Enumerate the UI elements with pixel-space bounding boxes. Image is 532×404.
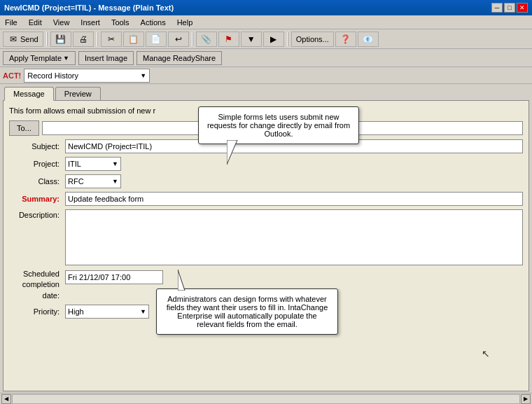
class-row: Class: RFC ▼ [9, 174, 523, 188]
secondary-toolbar: Apply Template ▼ Insert Image Manage Rea… [0, 49, 532, 67]
project-row: Project: ITIL ▼ [9, 157, 523, 171]
priority-arrow: ▼ [140, 308, 146, 315]
menu-file[interactable]: File [3, 18, 20, 27]
forward-btn[interactable]: ▶ [263, 32, 284, 47]
menu-insert[interactable]: Insert [78, 18, 102, 27]
paste-button[interactable]: 📄 [146, 32, 167, 47]
help-icon: ❓ [340, 34, 351, 45]
flag-button[interactable]: ⚑ [218, 32, 239, 47]
cut-button[interactable]: ✂ [101, 32, 122, 47]
tab-message[interactable]: Message [4, 87, 54, 101]
forward-icon: ▶ [268, 34, 279, 45]
undo-icon: ↩ [173, 34, 184, 45]
window-title: NewICMD (Project=ITIL) - Message (Plain … [4, 4, 174, 12]
down-arrow-btn[interactable]: ▼ [241, 32, 262, 47]
act-label: ACT! [3, 71, 21, 80]
insert-image-label: Insert Image [85, 54, 127, 62]
priority-label: Priority: [9, 307, 65, 316]
options-label: Options... [296, 35, 329, 43]
svg-marker-1 [178, 270, 185, 291]
flag-icon: ⚑ [223, 34, 234, 45]
toolbar-sep-4 [287, 32, 288, 46]
toolbar-sep-2 [97, 32, 98, 46]
menu-tools[interactable]: Tools [109, 18, 132, 27]
email-btn[interactable]: 📧 [358, 32, 379, 47]
options-button[interactable]: Options... [291, 32, 334, 47]
email-icon: 📧 [363, 34, 374, 45]
title-bar-buttons: ─ □ ✕ [491, 3, 528, 13]
title-bar: NewICMD (Project=ITIL) - Message (Plain … [0, 0, 532, 15]
apply-template-button[interactable]: Apply Template ▼ [3, 51, 76, 65]
class-value: RFC [68, 177, 84, 186]
tooltip1-tail-svg [227, 140, 255, 165]
send-icon: ✉ [8, 34, 19, 45]
down-arrow-icon: ▼ [246, 34, 257, 45]
horizontal-scrollbar: ◀ ▶ [0, 393, 532, 404]
menu-actions[interactable]: Actions [139, 18, 168, 27]
act-dropdown[interactable]: Record History ▼ [24, 69, 150, 83]
print-icon: 🖨 [78, 34, 89, 45]
class-arrow: ▼ [112, 178, 118, 185]
scheduled-label: Scheduled completion date: [9, 269, 65, 301]
paste-icon: 📄 [150, 34, 162, 45]
menu-help[interactable]: Help [175, 18, 195, 27]
scheduled-input[interactable] [65, 270, 163, 284]
help-btn[interactable]: ❓ [335, 32, 356, 47]
toolbar-sep-3 [192, 32, 193, 46]
main-toolbar: ✉ Send 💾 🖨 ✂ 📋 📄 ↩ 📎 ⚑ ▼ ▶ Options... ❓ … [0, 29, 532, 49]
toolbar-sep-1 [46, 32, 48, 46]
class-select[interactable]: RFC ▼ [65, 174, 121, 188]
copy-button[interactable]: 📋 [123, 32, 144, 47]
summary-label: Summary: [9, 195, 65, 203]
act-dropdown-value: Record History [27, 71, 78, 80]
description-row: Description: [9, 209, 523, 265]
attach-icon: 📎 [201, 34, 212, 45]
attach-button[interactable]: 📎 [196, 32, 217, 47]
scroll-right-button[interactable]: ▶ [521, 394, 531, 404]
content-area: This form allows email submission of new… [0, 100, 532, 404]
scroll-track[interactable] [12, 394, 520, 404]
maximize-button[interactable]: □ [504, 3, 515, 13]
summary-input[interactable] [65, 192, 523, 206]
tab-message-label: Message [13, 90, 45, 98]
print-button[interactable]: 🖨 [73, 32, 94, 47]
minimize-button[interactable]: ─ [491, 3, 503, 13]
class-label: Class: [9, 177, 65, 186]
description-textarea[interactable] [65, 209, 523, 265]
undo-button[interactable]: ↩ [168, 32, 189, 47]
project-select[interactable]: ITIL ▼ [65, 157, 121, 171]
project-value: ITIL [68, 160, 81, 168]
send-label: Send [20, 35, 38, 43]
copy-icon: 📋 [128, 34, 139, 45]
manage-readyshare-button[interactable]: Manage ReadyShare [136, 51, 222, 65]
apply-template-label: Apply Template [9, 54, 62, 62]
priority-select[interactable]: High ▼ [65, 305, 149, 319]
act-dropdown-arrow: ▼ [140, 72, 146, 79]
close-button[interactable]: ✕ [517, 3, 528, 13]
tab-preview[interactable]: Preview [55, 87, 101, 100]
send-button[interactable]: ✉ Send [3, 32, 43, 47]
menu-bar: File Edit View Insert Tools Actions Help [0, 15, 532, 29]
project-arrow: ▼ [112, 160, 118, 167]
insert-image-button[interactable]: Insert Image [78, 51, 134, 65]
act-bar: ACT! Record History ▼ [0, 67, 532, 84]
menu-edit[interactable]: Edit [27, 18, 44, 27]
app-window: NewICMD (Project=ITIL) - Message (Plain … [0, 0, 532, 404]
tooltip-1: Simple forms lets users submit new reque… [198, 106, 359, 144]
mouse-cursor: ↖ [482, 348, 490, 359]
project-label: Project: [9, 160, 65, 168]
tooltip2-tail-svg [178, 270, 206, 291]
to-button[interactable]: To... [9, 120, 39, 136]
subject-label: Subject: [9, 142, 65, 151]
save-button[interactable]: 💾 [50, 32, 71, 47]
svg-marker-0 [227, 140, 237, 165]
main-panel: This form allows email submission of new… [3, 100, 529, 391]
priority-value: High [68, 307, 84, 316]
tab-bar: Message Preview [0, 84, 532, 100]
manage-readyshare-label: Manage ReadyShare [143, 54, 216, 62]
summary-row: Summary: [9, 192, 523, 206]
menu-view[interactable]: View [51, 18, 72, 27]
tooltip-1-text: Simple forms lets users submit new reque… [207, 113, 350, 138]
tooltip-2: Administrators can design forms with wha… [156, 288, 338, 335]
scroll-left-button[interactable]: ◀ [1, 394, 11, 404]
